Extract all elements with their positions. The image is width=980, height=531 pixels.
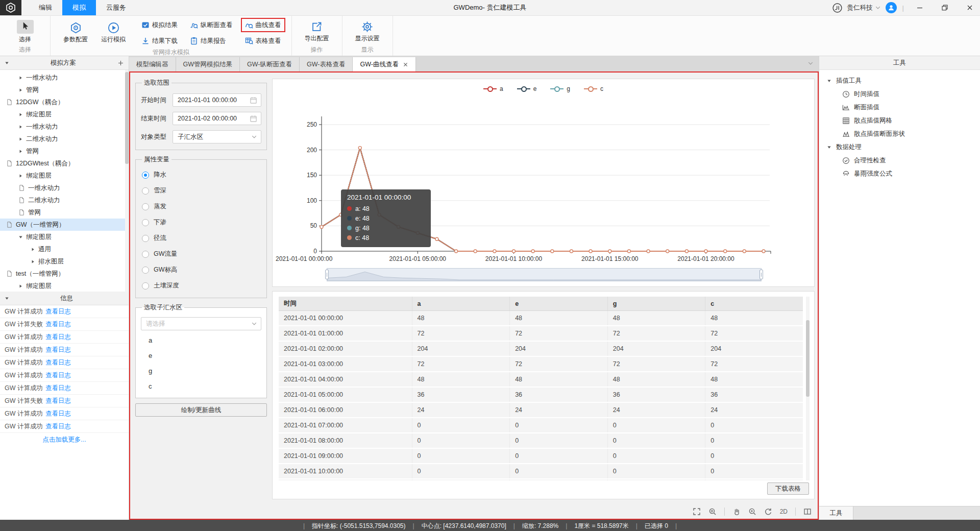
table-col-header[interactable]: c [705, 297, 803, 311]
legend-item[interactable]: g [550, 85, 570, 92]
datazoom-handle-right[interactable] [760, 270, 763, 279]
document-tab[interactable]: GW-表格查看 [300, 57, 353, 71]
variable-radio-option[interactable]: 径流 [141, 230, 261, 246]
tool-group-header[interactable]: 插值工具 [819, 74, 980, 87]
variable-radio-option[interactable]: 土壤深度 [141, 278, 261, 294]
view-log-link[interactable]: 查看日志 [45, 346, 71, 354]
caret-down-icon[interactable] [5, 296, 9, 301]
result-download-button[interactable]: 结果下载 [137, 34, 182, 48]
param-config-button[interactable]: 参数配置 [57, 22, 94, 44]
table-col-header[interactable]: a [412, 297, 510, 311]
table-view-button[interactable]: 表格查看 [241, 34, 285, 48]
tree-item[interactable]: 排水图层 [0, 255, 129, 268]
table-row[interactable]: 2021-01-01 06:00:0024242424 [279, 402, 803, 418]
document-tab[interactable]: GW管网模拟结果 [176, 57, 240, 71]
table-scrollbar[interactable] [806, 297, 810, 480]
tree-item[interactable]: 绑定图层 [0, 170, 129, 182]
select-tool-button[interactable]: 选择 [6, 20, 44, 44]
tree-item[interactable]: 二维水动力 [0, 133, 129, 145]
view-log-link[interactable]: 查看日志 [45, 358, 71, 367]
tree-item[interactable]: 12DGWtest（耦合） [0, 157, 129, 170]
tree-scrollbar[interactable] [125, 70, 129, 292]
document-tab[interactable]: GW-纵断面查看 [240, 57, 300, 71]
tree-item[interactable]: 绑定图层 [0, 108, 129, 120]
variable-radio-option[interactable]: GW标高 [141, 262, 261, 278]
avatar[interactable] [886, 2, 897, 13]
zoom-in-icon[interactable] [748, 508, 756, 516]
run-simulation-button[interactable]: 运行模拟 [94, 22, 132, 44]
refresh-icon[interactable] [764, 508, 772, 516]
tree-item[interactable]: test（一维管网） [0, 268, 129, 280]
load-more-link[interactable]: 点击加载更多... [0, 433, 129, 446]
mode-2d-toggle[interactable]: 2D [780, 508, 788, 515]
split-view-icon[interactable] [803, 508, 812, 516]
tool-item[interactable]: 合理性检查 [819, 154, 980, 167]
result-report-button[interactable]: 结果报告 [186, 34, 237, 48]
end-time-input[interactable]: 2021-01-02 00:00:00 [173, 112, 261, 125]
company-menu[interactable]: 贵仁科技 [847, 4, 881, 12]
tree-item[interactable]: 通用 [0, 243, 129, 255]
caret-down-icon[interactable] [5, 61, 9, 65]
tab-overflow-chevron[interactable] [807, 60, 814, 66]
tree-item[interactable]: GW（一维管网） [0, 219, 129, 231]
variable-radio-option[interactable]: 下渗 [141, 214, 261, 230]
download-table-button[interactable]: 下载表格 [767, 482, 809, 495]
tree-item[interactable]: 一维水动力 [0, 120, 129, 133]
view-log-link[interactable]: 查看日志 [45, 409, 71, 418]
table-row[interactable]: 2021-01-01 00:00:0048484848 [279, 311, 803, 326]
variable-radio-option[interactable]: 降水 [141, 167, 261, 183]
table-col-header[interactable]: g [607, 297, 705, 311]
table-row[interactable]: 2021-01-01 11:00:000000 [279, 479, 803, 480]
draw-update-curve-button[interactable]: 绘制/更新曲线 [135, 403, 267, 417]
pan-hand-icon[interactable] [732, 508, 741, 516]
object-type-select[interactable]: 子汇水区 [173, 130, 261, 143]
tree-item[interactable]: 12DGW（耦合） [0, 96, 129, 108]
zoom-reset-icon[interactable] [708, 508, 717, 516]
tool-item[interactable]: 暴雨强度公式 [819, 167, 980, 180]
tool-item[interactable]: 时间插值 [819, 87, 980, 101]
subcatchment-option[interactable]: a [141, 332, 261, 348]
tools-dock-tab[interactable]: 工具 [819, 506, 853, 520]
view-log-link[interactable]: 查看日志 [45, 397, 71, 405]
brand-icon[interactable] [832, 3, 843, 13]
view-log-link[interactable]: 查看日志 [45, 384, 71, 393]
table-col-header[interactable]: 时间 [279, 297, 412, 311]
menu-item[interactable]: 模拟 [62, 0, 96, 15]
table-row[interactable]: 2021-01-01 09:00:000000 [279, 448, 803, 464]
tab-close-icon[interactable] [403, 62, 408, 67]
menu-item[interactable]: 编辑 [29, 0, 62, 15]
start-time-input[interactable]: 2021-01-01 00:00:00 [173, 93, 261, 107]
datazoom-handle-left[interactable] [325, 270, 329, 279]
table-row[interactable]: 2021-01-01 10:00:000000 [279, 464, 803, 479]
tree-item[interactable]: 二维水动力 [0, 194, 129, 206]
minimize-button[interactable] [910, 0, 930, 15]
tree-item[interactable]: 绑定图层 [0, 231, 129, 243]
document-tab[interactable]: 模型编辑器 [129, 57, 176, 71]
tool-group-header[interactable]: 数据处理 [819, 140, 980, 154]
table-row[interactable]: 2021-01-01 07:00:000000 [279, 418, 803, 433]
datazoom-slider[interactable] [327, 268, 762, 281]
tree-item[interactable]: 一维水动力 [0, 71, 129, 84]
add-scheme-button[interactable] [117, 60, 124, 66]
menu-item[interactable]: 云服务 [96, 0, 136, 15]
table-row[interactable]: 2021-01-01 03:00:0072727272 [279, 356, 803, 372]
table-row[interactable]: 2021-01-01 04:00:0048484848 [279, 372, 803, 387]
display-settings-button[interactable]: 显示设置 [349, 21, 386, 43]
fullscreen-icon[interactable] [693, 508, 701, 516]
sim-result-button[interactable]: 模拟结果 [137, 18, 182, 32]
subcatchment-option[interactable]: g [141, 363, 261, 378]
legend-item[interactable]: a [483, 85, 503, 92]
table-col-header[interactable]: e [510, 297, 608, 311]
table-row[interactable]: 2021-01-01 05:00:0036363636 [279, 387, 803, 402]
table-scrollbar-thumb[interactable] [806, 320, 810, 397]
variable-radio-option[interactable]: GW流量 [141, 246, 261, 262]
view-log-link[interactable]: 查看日志 [45, 333, 71, 342]
export-config-button[interactable]: 导出配置 [298, 21, 336, 43]
variable-radio-option[interactable]: 蒸发 [141, 199, 261, 214]
tool-item[interactable]: 断面插值 [819, 101, 980, 114]
view-log-link[interactable]: 查看日志 [45, 422, 71, 431]
section-view-button[interactable]: 纵断面查看 [186, 18, 237, 32]
tree-item[interactable]: 绑定图层 [0, 280, 129, 292]
restore-button[interactable] [935, 0, 955, 15]
tree-scrollbar-thumb[interactable] [125, 72, 129, 164]
